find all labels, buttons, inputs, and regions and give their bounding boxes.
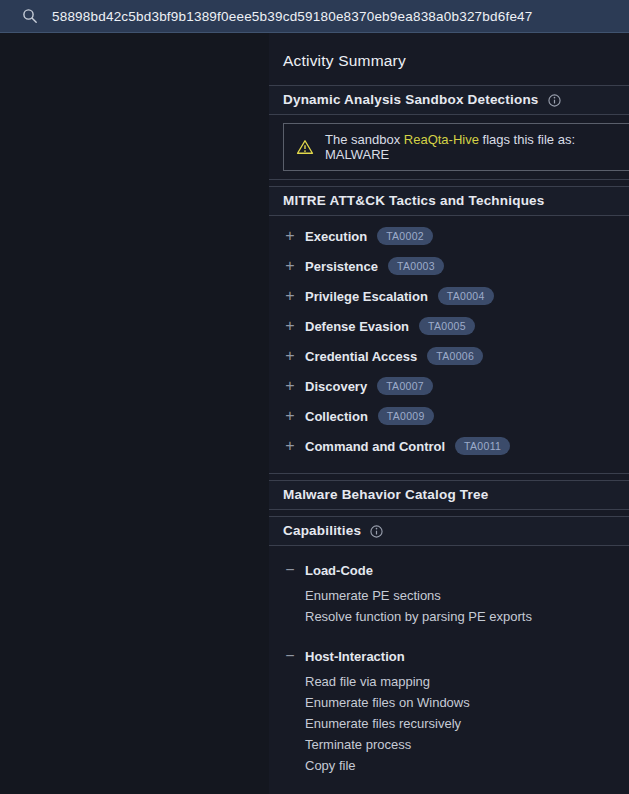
expand-plus-icon[interactable]: + [283,408,297,424]
section-header-capabilities[interactable]: Capabilities [269,517,629,546]
sandbox-warning-row: The sandbox ReaQta-Hive flags this file … [283,123,629,171]
tactic-id-badge: TA0011 [455,437,510,455]
expand-plus-icon[interactable]: + [283,228,297,244]
tactic-label: Privilege Escalation [305,289,428,304]
search-icon [22,8,38,24]
tactic-label: Persistence [305,259,378,274]
capability-item: Resolve function by parsing PE exports [283,606,629,627]
section-title: MITRE ATT&CK Tactics and Techniques [283,193,545,208]
section-header-mbc[interactable]: Malware Behavior Catalog Tree [269,481,629,510]
capability-group-load-code[interactable]: −Load-Code [283,555,629,585]
capability-group-label: Load-Code [305,563,373,578]
expand-plus-icon[interactable]: + [283,258,297,274]
expand-plus-icon[interactable]: + [283,318,297,334]
section-title: Malware Behavior Catalog Tree [283,487,488,502]
tactic-row-credential-access[interactable]: +Credential AccessTA0006 [283,341,629,371]
expand-plus-icon[interactable]: + [283,348,297,364]
warning-triangle-icon [296,139,314,155]
sandbox-detection-list: The sandbox ReaQta-Hive flags this file … [269,115,629,179]
section-header-mitre[interactable]: MITRE ATT&CK Tactics and Techniques [269,187,629,216]
tactic-row-command-and-control[interactable]: +Command and ControlTA0011 [283,431,629,461]
capability-item: Enumerate files recursively [283,713,629,734]
section-title: Dynamic Analysis Sandbox Detections [283,92,539,107]
capability-item: Enumerate files on Windows [283,692,629,713]
tactic-label: Collection [305,409,368,424]
tactic-row-defense-evasion[interactable]: +Defense EvasionTA0005 [283,311,629,341]
collapse-minus-icon[interactable]: − [283,648,297,664]
expand-plus-icon[interactable]: + [283,288,297,304]
tactic-id-badge: TA0009 [378,407,434,425]
capability-item: Copy file [283,755,629,776]
activity-summary-panel: Activity Summary Dynamic Analysis Sandbo… [269,33,629,794]
section-header-sandbox-detections[interactable]: Dynamic Analysis Sandbox Detections [269,86,629,115]
search-input[interactable]: 58898bd42c5bd3bf9b1389f0eee5b39cd59180e8… [52,9,533,24]
tactic-label: Execution [305,229,367,244]
info-icon[interactable] [548,94,561,107]
capability-item-list: Read file via mappingEnumerate files on … [283,671,629,776]
tactic-row-execution[interactable]: +ExecutionTA0002 [283,221,629,251]
search-bar[interactable]: 58898bd42c5bd3bf9b1389f0eee5b39cd59180e8… [0,0,629,33]
capability-group-host-interaction[interactable]: −Host-Interaction [283,641,629,671]
tactic-row-collection[interactable]: +CollectionTA0009 [283,401,629,431]
capabilities-tree: −Load-CodeEnumerate PE sectionsResolve f… [269,546,629,776]
section-title: Capabilities [283,523,361,538]
tactic-id-badge: TA0002 [377,227,433,245]
section-mitre: MITRE ATT&CK Tactics and Techniques +Exe… [269,186,629,474]
section-capabilities: Capabilities −Load-CodeEnumerate PE sect… [269,516,629,776]
info-icon[interactable] [370,525,383,538]
capability-item-list: Enumerate PE sectionsResolve function by… [283,585,629,627]
tactic-label: Command and Control [305,439,445,454]
tactic-label: Credential Access [305,349,417,364]
capability-item: Read file via mapping [283,671,629,692]
section-sandbox-detections: Dynamic Analysis Sandbox Detections The … [269,85,629,180]
tactic-label: Defense Evasion [305,319,409,334]
tactic-row-persistence[interactable]: +PersistenceTA0003 [283,251,629,281]
section-mbc: Malware Behavior Catalog Tree [269,480,629,510]
tactic-label: Discovery [305,379,367,394]
collapse-minus-icon[interactable]: − [283,562,297,578]
capability-item: Terminate process [283,734,629,755]
sandbox-warning-text: The sandbox ReaQta-Hive flags this file … [325,132,628,162]
tactic-id-badge: TA0006 [427,347,483,365]
mitre-tactic-list: +ExecutionTA0002+PersistenceTA0003+Privi… [269,216,629,473]
expand-plus-icon[interactable]: + [283,378,297,394]
verdict-label: MALWARE [325,147,389,162]
tactic-row-privilege-escalation[interactable]: +Privilege EscalationTA0004 [283,281,629,311]
expand-plus-icon[interactable]: + [283,438,297,454]
capability-group-label: Host-Interaction [305,649,405,664]
tactic-id-badge: TA0007 [377,377,433,395]
tactic-id-badge: TA0003 [388,257,444,275]
capability-item: Enumerate PE sections [283,585,629,606]
tactic-id-badge: TA0005 [419,317,475,335]
tactic-row-discovery[interactable]: +DiscoveryTA0007 [283,371,629,401]
page-title: Activity Summary [269,33,629,72]
tactic-id-badge: TA0004 [438,287,494,305]
sandbox-name: ReaQta-Hive [404,132,479,147]
